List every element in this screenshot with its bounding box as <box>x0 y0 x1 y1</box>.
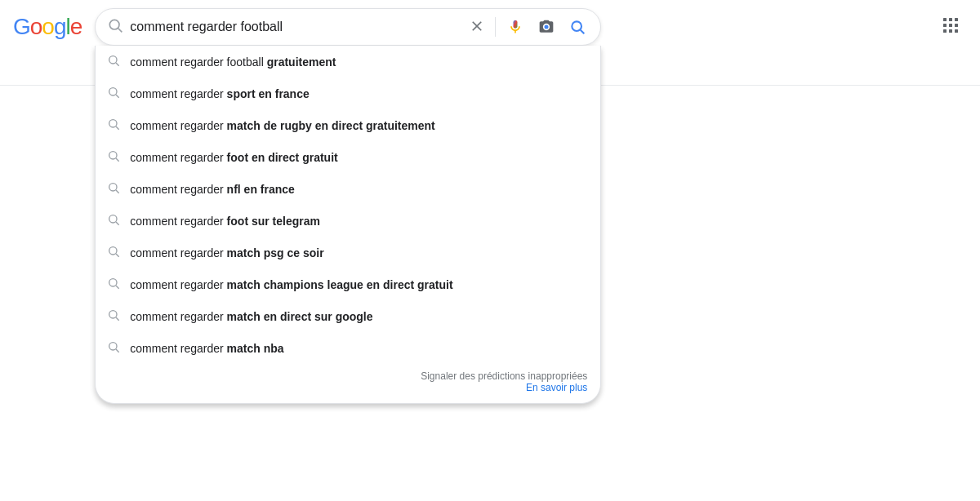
autocomplete-search-icon-4 <box>107 181 120 197</box>
svg-line-12 <box>116 158 119 162</box>
autocomplete-search-icon-1 <box>107 86 120 101</box>
svg-point-15 <box>109 215 117 223</box>
search-bar <box>95 8 601 46</box>
footer-report-text: Signaler des prédictions inappropriées <box>421 370 587 382</box>
autocomplete-item-2[interactable]: comment regarder match de rugby en direc… <box>96 109 600 141</box>
autocomplete-item-7[interactable]: comment regarder match champions league … <box>96 268 600 300</box>
svg-point-9 <box>109 120 117 127</box>
svg-rect-33 <box>955 29 958 33</box>
logo-letter-g2: g <box>54 14 66 39</box>
svg-line-4 <box>581 30 585 34</box>
svg-point-3 <box>572 21 582 31</box>
svg-line-6 <box>116 63 119 66</box>
svg-line-20 <box>116 286 119 289</box>
logo-letter-e: e <box>70 14 82 39</box>
svg-line-10 <box>116 126 119 130</box>
search-button[interactable] <box>566 16 589 38</box>
autocomplete-item-3[interactable]: comment regarder foot en direct gratuit <box>96 141 600 173</box>
svg-point-23 <box>109 343 117 350</box>
svg-rect-29 <box>949 24 952 27</box>
svg-point-19 <box>109 279 117 286</box>
logo-letter-o1: o <box>30 14 42 39</box>
svg-point-2 <box>545 25 549 29</box>
autocomplete-item-9[interactable]: comment regarder match nba <box>96 332 600 364</box>
autocomplete-text-8: comment regarder match en direct sur goo… <box>130 310 372 323</box>
autocomplete-text-3: comment regarder foot en direct gratuit <box>130 151 337 164</box>
autocomplete-search-icon-5 <box>107 213 120 228</box>
svg-point-21 <box>109 311 117 318</box>
search-input[interactable] <box>130 20 461 34</box>
svg-point-13 <box>109 184 117 191</box>
autocomplete-text-5: comment regarder foot sur telegram <box>130 215 320 228</box>
autocomplete-item-1[interactable]: comment regarder sport en france <box>96 78 600 109</box>
autocomplete-search-icon-8 <box>107 308 120 324</box>
autocomplete-text-1: comment regarder sport en france <box>130 87 309 100</box>
search-bar-wrapper: comment regarder football gratuitement c… <box>95 8 601 46</box>
svg-line-22 <box>116 317 119 321</box>
svg-rect-25 <box>943 18 947 21</box>
autocomplete-text-0: comment regarder football gratuitement <box>130 55 336 69</box>
svg-line-18 <box>116 254 119 257</box>
autocomplete-text-7: comment regarder match champions league … <box>130 278 452 291</box>
search-icon-left <box>107 17 123 37</box>
autocomplete-text-9: comment regarder match nba <box>130 342 283 355</box>
autocomplete-item-5[interactable]: comment regarder foot sur telegram <box>96 205 600 237</box>
svg-line-24 <box>116 349 119 352</box>
autocomplete-item-6[interactable]: comment regarder match psg ce soir <box>96 237 600 268</box>
svg-point-0 <box>110 20 120 29</box>
autocomplete-item-4[interactable]: comment regarder nfl en france <box>96 173 600 205</box>
logo-letter-o2: o <box>42 14 54 39</box>
autocomplete-search-icon-2 <box>107 117 120 133</box>
search-divider <box>495 17 496 37</box>
image-search-button[interactable] <box>535 16 558 38</box>
apps-grid-button[interactable] <box>934 9 967 45</box>
autocomplete-search-icon-9 <box>107 340 120 356</box>
autocomplete-search-icon-3 <box>107 149 120 165</box>
autocomplete-footer: Signaler des prédictions inappropriées E… <box>96 364 600 397</box>
autocomplete-dropdown: comment regarder football gratuitement c… <box>95 46 601 404</box>
autocomplete-text-2: comment regarder match de rugby en direc… <box>130 119 434 132</box>
svg-point-17 <box>109 247 117 255</box>
svg-line-8 <box>116 95 119 98</box>
clear-button[interactable] <box>467 16 487 38</box>
header: Google <box>0 0 980 54</box>
svg-line-16 <box>116 222 119 225</box>
autocomplete-item-0[interactable]: comment regarder football gratuitement <box>96 46 600 78</box>
svg-point-11 <box>109 152 117 159</box>
svg-point-5 <box>109 56 117 64</box>
autocomplete-search-icon-0 <box>107 54 120 69</box>
svg-rect-31 <box>943 29 947 33</box>
logo-letter-g: G <box>13 14 30 39</box>
svg-rect-28 <box>943 24 947 27</box>
autocomplete-search-icon-7 <box>107 277 120 292</box>
autocomplete-item-8[interactable]: comment regarder match en direct sur goo… <box>96 300 600 332</box>
svg-rect-30 <box>955 24 958 27</box>
svg-rect-32 <box>949 29 952 33</box>
autocomplete-search-icon-6 <box>107 245 120 260</box>
voice-search-button[interactable] <box>504 16 527 38</box>
google-logo: Google <box>13 14 82 40</box>
svg-rect-27 <box>955 18 958 21</box>
search-actions <box>467 16 589 38</box>
autocomplete-text-4: comment regarder nfl en france <box>130 183 295 196</box>
svg-rect-26 <box>949 18 952 21</box>
footer-learn-more-link[interactable]: En savoir plus <box>526 382 587 393</box>
svg-point-7 <box>109 88 117 95</box>
svg-line-14 <box>116 190 119 193</box>
svg-line-1 <box>118 29 122 33</box>
autocomplete-text-6: comment regarder match psg ce soir <box>130 246 323 259</box>
